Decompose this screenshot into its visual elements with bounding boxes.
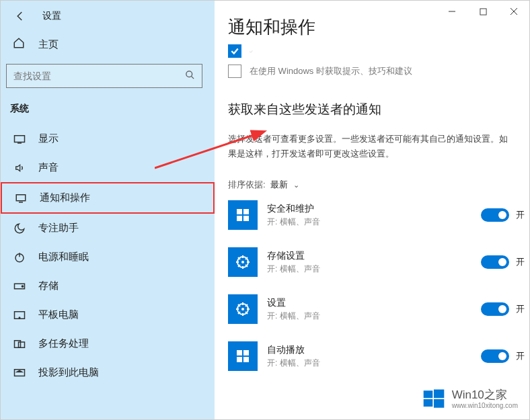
security-tile-icon <box>228 200 258 230</box>
sound-icon <box>13 163 26 173</box>
sender-name: 存储设置 <box>267 250 481 262</box>
home-icon <box>13 37 26 52</box>
svg-rect-9 <box>19 342 25 347</box>
search-wrap <box>6 64 202 88</box>
nav-label: 存储 <box>38 280 59 292</box>
sidebar-item-home[interactable]: 主页 <box>1 30 215 58</box>
toggle-state: 开 <box>516 350 529 362</box>
toggle-switch[interactable] <box>481 208 509 222</box>
windows-logo-icon <box>422 388 445 411</box>
toggle-state: 开 <box>516 209 529 221</box>
sender-row[interactable]: 安全和维护 开: 横幅、声音 开 <box>228 200 529 230</box>
sort-value: 最新 <box>270 179 288 190</box>
sender-info: 自动播放 开: 横幅、声音 <box>267 344 481 369</box>
description: 选择发送者可查看更多设置。一些发送者还可能有其自己的通知设置。如果是这样，打开发… <box>228 122 529 161</box>
search-box[interactable] <box>6 64 202 88</box>
checkbox-row-checked[interactable] <box>228 44 529 58</box>
minimize-button[interactable] <box>437 1 467 22</box>
svg-rect-22 <box>237 357 242 362</box>
svg-rect-28 <box>434 399 444 408</box>
sender-info: 存储设置 开: 横幅、声音 <box>267 250 481 275</box>
back-button[interactable] <box>13 9 28 24</box>
svg-rect-21 <box>243 350 249 355</box>
nav-label: 投影到此电脑 <box>38 366 99 379</box>
app-title: 设置 <box>42 10 61 22</box>
settings-window: 设置 主页 系统 显示 声音 <box>0 0 530 420</box>
toggle-switch[interactable] <box>481 302 509 316</box>
svg-rect-25 <box>423 390 432 398</box>
checkbox-row-tips[interactable]: 在使用 Windows 时获取提示、技巧和建议 <box>228 65 529 78</box>
close-icon <box>510 7 518 15</box>
svg-rect-13 <box>243 209 249 214</box>
sender-sub: 开: 横幅、声音 <box>267 216 481 228</box>
svg-rect-1 <box>15 135 25 142</box>
sender-row[interactable]: 设置 开: 横幅、声音 开 <box>228 294 529 324</box>
notifications-icon <box>14 193 28 204</box>
settings-tile-icon <box>228 294 258 324</box>
nav-label: 声音 <box>38 161 59 174</box>
checkbox-checked-icon <box>228 44 241 58</box>
close-button[interactable] <box>498 1 529 22</box>
search-input[interactable] <box>13 71 185 81</box>
nav-label: 通知和操作 <box>40 192 90 204</box>
sidebar-item-storage[interactable]: 存储 <box>1 271 215 300</box>
sender-name: 自动播放 <box>267 344 481 356</box>
watermark-title: Win10之家 <box>452 389 518 402</box>
svg-rect-2 <box>16 194 26 200</box>
toggle-switch[interactable] <box>481 255 509 269</box>
svg-point-19 <box>241 308 244 310</box>
svg-rect-20 <box>237 350 242 355</box>
project-icon <box>13 368 26 378</box>
sidebar-item-focus[interactable]: 专注助手 <box>1 214 215 243</box>
maximize-button[interactable] <box>467 1 498 22</box>
sender-row[interactable]: 存储设置 开: 横幅、声音 开 <box>228 247 529 277</box>
display-icon <box>13 134 26 144</box>
storage-tile-icon <box>228 247 258 277</box>
sidebar-item-notifications[interactable]: 通知和操作 <box>1 182 215 214</box>
nav-label: 电源和睡眠 <box>38 251 89 263</box>
sidebar: 设置 主页 系统 显示 声音 <box>1 1 215 419</box>
svg-point-0 <box>186 71 192 77</box>
sender-name: 安全和维护 <box>267 203 481 215</box>
sidebar-item-project[interactable]: 投影到此电脑 <box>1 358 215 387</box>
sub-title: 获取来自这些发送者的通知 <box>228 81 529 122</box>
nav-label: 平板电脑 <box>38 308 79 321</box>
sidebar-item-multitask[interactable]: 多任务处理 <box>1 329 215 358</box>
sender-list: 安全和维护 开: 横幅、声音 开 存储设置 开: 横幅、声音 开 设置 <box>228 196 529 371</box>
svg-point-17 <box>241 261 244 263</box>
multitask-icon <box>13 339 26 349</box>
sidebar-item-display[interactable]: 显示 <box>1 124 215 153</box>
window-controls <box>437 1 529 22</box>
svg-rect-15 <box>243 216 249 221</box>
nav-list: 显示 声音 通知和操作 专注助手 电源和睡眠 存储 <box>1 124 215 387</box>
svg-rect-27 <box>423 399 432 407</box>
power-icon <box>13 251 26 263</box>
sidebar-item-tablet[interactable]: 平板电脑 <box>1 300 215 329</box>
sender-info: 安全和维护 开: 横幅、声音 <box>267 203 481 228</box>
search-icon <box>185 70 195 82</box>
storage-icon <box>13 282 26 290</box>
nav-label: 显示 <box>38 132 59 145</box>
toggle-state: 开 <box>516 303 529 315</box>
toggle-switch[interactable] <box>481 349 509 363</box>
sender-row[interactable]: 自动播放 开: 横幅、声音 开 <box>228 341 529 371</box>
watermark: Win10之家 www.win10xitong.com <box>422 388 518 411</box>
sidebar-item-power[interactable]: 电源和睡眠 <box>1 243 215 271</box>
minimize-icon <box>448 7 456 15</box>
toggle-state: 开 <box>516 256 529 268</box>
watermark-url: www.win10xitong.com <box>452 402 518 409</box>
svg-rect-11 <box>480 8 486 14</box>
focus-icon <box>13 222 26 235</box>
sender-sub: 开: 横幅、声音 <box>267 310 481 322</box>
main-pane: 通知和操作 在使用 Windows 时获取提示、技巧和建议 获取来自这些发送者的… <box>215 1 529 419</box>
back-arrow-icon <box>14 10 26 22</box>
nav-label: 多任务处理 <box>38 337 89 350</box>
sidebar-item-sound[interactable]: 声音 <box>1 153 215 182</box>
checkbox-text: 在使用 Windows 时获取提示、技巧和建议 <box>250 65 412 77</box>
sort-row[interactable]: 排序依据: 最新 ⌄ <box>228 161 529 196</box>
nav-label: 专注助手 <box>38 222 79 235</box>
sender-sub: 开: 横幅、声音 <box>267 263 481 275</box>
checkbox-text-truncated <box>250 46 253 56</box>
svg-point-7 <box>19 317 20 319</box>
sender-name: 设置 <box>267 297 481 309</box>
